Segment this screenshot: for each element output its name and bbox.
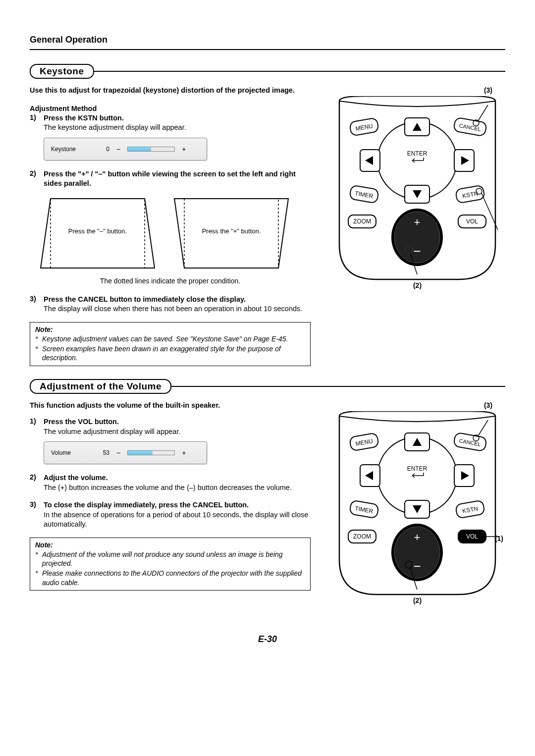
step-desc: The volume adjustment display will appea… xyxy=(44,428,180,435)
step-number: 2) xyxy=(30,473,44,492)
step-number: 3) xyxy=(30,500,44,530)
svg-text:VOL: VOL xyxy=(466,533,478,540)
volume-heading-row: Adjustment of the Volume xyxy=(30,379,505,394)
step-title: Press the "+" / "–" button while viewing… xyxy=(44,170,296,188)
step-title: To close the display immediately, press … xyxy=(44,501,249,509)
keystone-note-box: Note: *Keystone adjustment values can be… xyxy=(30,322,311,366)
adjustment-method-label: Adjustment Method xyxy=(30,105,311,112)
trap-caption-plus: Press the "+" button. xyxy=(169,227,293,235)
remote-diagram-1: ENTER MENU CANCEL TIMER xyxy=(329,96,505,284)
step-number: 2) xyxy=(30,169,44,189)
osd-bar-fill xyxy=(128,451,153,455)
svg-text:−: − xyxy=(413,244,421,259)
osd-bar-fill xyxy=(128,147,151,151)
section-header: General Operation xyxy=(30,35,505,50)
note-item: Keystone adjustment values can be saved.… xyxy=(42,334,288,343)
osd-value: 53 xyxy=(99,449,109,456)
step-title: Press the CANCEL button to immediately c… xyxy=(44,295,246,303)
trapezoid-diagrams: Press the "–" button. Press the "+" butt… xyxy=(36,194,311,273)
note-title: Note: xyxy=(35,541,305,549)
heading-rule xyxy=(94,71,505,72)
trap-caption-minus: Press the "–" button. xyxy=(36,227,160,235)
dotted-lines-note: The dotted lines indicate the proper con… xyxy=(30,277,311,285)
step-number: 1) xyxy=(30,417,44,436)
step-number: 3) xyxy=(30,295,44,314)
step-desc: In the absence of operations for a perio… xyxy=(44,511,308,529)
remote-diagram-2: ENTER MENU CANCEL TIMER KS xyxy=(329,411,505,599)
svg-text:ZOOM: ZOOM xyxy=(353,218,371,225)
osd-value: 0 xyxy=(99,146,109,153)
note-item: Please make connections to the AUDIO con… xyxy=(42,569,305,587)
step-desc: The (+) button increases the volume and … xyxy=(44,484,292,491)
keystone-heading: Keystone xyxy=(30,64,94,79)
svg-text:+: + xyxy=(414,531,421,543)
note-title: Note: xyxy=(35,325,305,333)
volume-intro: This function adjusts the volume of the … xyxy=(30,401,311,411)
osd-bar xyxy=(127,147,175,152)
callout-3: (3) xyxy=(484,86,492,94)
volume-heading: Adjustment of the Volume xyxy=(30,379,171,394)
keystone-intro: Use this to adjust for trapezoidal (keys… xyxy=(30,86,311,96)
callout-3: (3) xyxy=(484,401,492,409)
step-title: Press the VOL button. xyxy=(44,418,119,426)
note-item: Adjustment of the volume will not produc… xyxy=(42,550,305,568)
svg-text:+: + xyxy=(414,216,421,228)
volume-note-box: Note: *Adjustment of the volume will not… xyxy=(30,538,311,591)
osd-plus: + xyxy=(182,145,186,153)
osd-bar xyxy=(127,450,175,455)
keystone-osd: Keystone 0 − + xyxy=(44,138,207,161)
note-item: Screen examples have been drawn in an ex… xyxy=(42,344,305,362)
svg-text:ZOOM: ZOOM xyxy=(353,533,371,540)
heading-rule xyxy=(171,386,505,387)
svg-text:−: − xyxy=(413,559,421,574)
step-title: Press the KSTN button. xyxy=(44,114,124,122)
step-desc: The keystone adjustment display will app… xyxy=(44,123,186,131)
step-title: Adjust the volume. xyxy=(44,474,108,482)
enter-label: ENTER xyxy=(407,150,428,157)
osd-minus: − xyxy=(116,145,120,153)
svg-text:VOL: VOL xyxy=(466,218,478,225)
step-number: 1) xyxy=(30,113,44,133)
page-number: E-30 xyxy=(30,634,505,645)
osd-minus: − xyxy=(116,449,120,457)
volume-osd: Volume 53 − + xyxy=(44,441,207,464)
trapezoid-minus: Press the "–" button. xyxy=(36,194,160,273)
osd-plus: + xyxy=(182,449,186,457)
keystone-heading-row: Keystone xyxy=(30,64,505,79)
trapezoid-plus: Press the "+" button. xyxy=(169,194,293,273)
step-desc: The display will close when there has no… xyxy=(44,305,302,313)
osd-label: Keystone xyxy=(51,146,92,153)
svg-text:ENTER: ENTER xyxy=(407,465,428,472)
osd-label: Volume xyxy=(51,449,92,456)
